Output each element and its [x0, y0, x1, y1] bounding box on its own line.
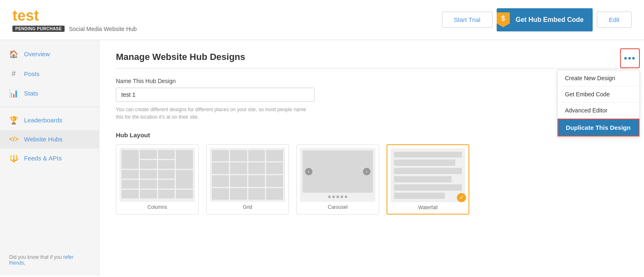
sidebar-footer-text: Did you know that if you refer friends,	[9, 254, 73, 266]
layout-card-grid[interactable]: Grid	[206, 144, 289, 215]
wf-row	[394, 168, 462, 174]
selected-checkmark: ✓	[457, 193, 466, 202]
wf-row	[394, 160, 455, 166]
dot	[328, 196, 331, 198]
carousel-main: ‹ ›	[303, 150, 373, 193]
sidebar-item-posts[interactable]: # Posts	[0, 64, 99, 84]
code-icon: </>	[9, 136, 18, 143]
thumb-cell	[212, 175, 229, 187]
waterfall-thumb	[391, 148, 465, 202]
thumb-cell	[176, 190, 193, 198]
dots-icon: •••	[624, 53, 636, 64]
thumb-cell	[122, 180, 139, 189]
thumb-cell	[266, 175, 283, 187]
dropdown-get-embed[interactable]: Get Embed Code	[557, 86, 639, 103]
wf-row	[394, 152, 462, 158]
sidebar-footer: Did you know that if you refer friends,	[0, 248, 99, 272]
grid-label: Grid	[210, 204, 285, 210]
columns-label: Columns	[120, 204, 195, 210]
embed-button-label: Get Hub Embed Code	[516, 16, 584, 24]
thumb-cell	[230, 188, 247, 200]
layout-card-columns[interactable]: Columns	[116, 144, 199, 215]
dot	[332, 196, 335, 198]
wf-row	[394, 193, 445, 199]
main-content: Manage Website Hub Designs Name This Hub…	[99, 40, 644, 276]
thumb-cell	[230, 162, 247, 174]
dropdown-menu: Create New Design Get Embed Code Advance…	[557, 70, 640, 137]
carousel-prev-icon: ‹	[305, 168, 312, 175]
sidebar: 🏠 Overview # Posts 📊 Stats 🏆 Leaderboard…	[0, 40, 99, 276]
sidebar-item-overview[interactable]: 🏠 Overview	[0, 44, 99, 64]
thumb-cell	[122, 150, 139, 169]
sidebar-item-stats[interactable]: 📊 Stats	[0, 84, 99, 103]
design-name-hint: You can create different designs for dif…	[116, 106, 315, 121]
hub-type-label: Social Media Website Hub	[69, 26, 137, 32]
thumb-cell	[140, 190, 157, 198]
sidebar-label-posts: Posts	[24, 70, 40, 77]
carousel-dots	[303, 194, 373, 199]
thumb-cell	[158, 190, 175, 198]
carousel-next-icon: ›	[363, 168, 370, 175]
thumb-cell	[212, 150, 229, 162]
thumb-cell	[158, 160, 175, 169]
layout-options: Columns	[116, 144, 627, 215]
get-embed-code-button[interactable]: $ Get Hub Embed Code	[497, 8, 593, 31]
dropdown-create-new[interactable]: Create New Design	[557, 70, 639, 86]
thumb-cell	[266, 162, 283, 174]
dot	[345, 196, 347, 198]
thumb-cell	[158, 180, 175, 189]
sidebar-label-overview: Overview	[24, 50, 50, 57]
dropdown-duplicate[interactable]: Duplicate This Design	[557, 119, 639, 136]
thumb-cell	[122, 170, 139, 179]
thumb-cell	[266, 188, 283, 200]
sidebar-divider-1	[0, 107, 99, 107]
three-dots-button[interactable]: •••	[620, 48, 640, 68]
dot	[341, 196, 343, 198]
sidebar-label-feeds-apis: Feeds & APIs	[24, 155, 62, 162]
start-trial-button[interactable]: Start Trial	[442, 12, 493, 28]
dot	[336, 196, 339, 198]
app-title: test	[12, 7, 442, 24]
dropdown-advanced-editor[interactable]: Advanced Editor	[557, 103, 639, 119]
header-actions: Start Trial $ Get Hub Embed Code Edit	[442, 8, 632, 31]
waterfall-label: Waterfall	[391, 205, 465, 210]
thumb-cell	[212, 162, 229, 174]
carousel-label: Carousel	[300, 204, 375, 210]
wf-row	[394, 184, 462, 191]
more-options-container: ••• Create New Design Get Embed Code Adv…	[620, 48, 640, 68]
feeds-icon: 🔱	[9, 154, 18, 163]
design-name-label: Name This Hub Design	[116, 78, 627, 84]
thumb-cell	[248, 150, 265, 162]
content-divider	[116, 68, 627, 69]
layout-card-carousel[interactable]: ‹ › Carousel	[296, 144, 379, 215]
refer-friends-link[interactable]: refer friends	[9, 254, 73, 266]
header-left: test PENDING PURCHASE Social Media Websi…	[12, 7, 442, 32]
home-icon: 🏠	[9, 50, 18, 59]
pending-badge: PENDING PURCHASE	[12, 26, 65, 32]
thumb-cell	[140, 180, 157, 189]
thumb-cell	[158, 150, 175, 159]
layout-card-waterfall[interactable]: ✓ Waterfall	[387, 144, 469, 215]
thumb-cell	[176, 150, 193, 169]
trophy-icon: 🏆	[9, 116, 18, 125]
design-name-input[interactable]	[116, 88, 315, 102]
thumb-cell	[248, 162, 265, 174]
edit-button[interactable]: Edit	[597, 12, 632, 28]
sidebar-item-feeds-apis[interactable]: 🔱 Feeds & APIs	[0, 148, 99, 168]
thumb-cell	[140, 170, 157, 179]
thumb-cell	[212, 188, 229, 200]
thumb-cell	[176, 170, 193, 189]
header: test PENDING PURCHASE Social Media Websi…	[0, 0, 644, 40]
layout-section-title: Hub Layout	[116, 131, 627, 138]
thumb-cell	[248, 175, 265, 187]
sidebar-label-leaderboards: Leaderboards	[24, 117, 62, 124]
thumb-cell	[266, 150, 283, 162]
dollar-icon: $	[497, 12, 510, 27]
stats-icon: 📊	[9, 89, 18, 98]
thumb-cell	[140, 150, 157, 159]
grid-thumb	[210, 148, 285, 202]
carousel-thumb: ‹ ›	[300, 148, 375, 202]
sidebar-item-website-hubs[interactable]: </> Website Hubs	[0, 130, 99, 148]
wf-row	[394, 176, 452, 182]
sidebar-item-leaderboards[interactable]: 🏆 Leaderboards	[0, 110, 99, 130]
